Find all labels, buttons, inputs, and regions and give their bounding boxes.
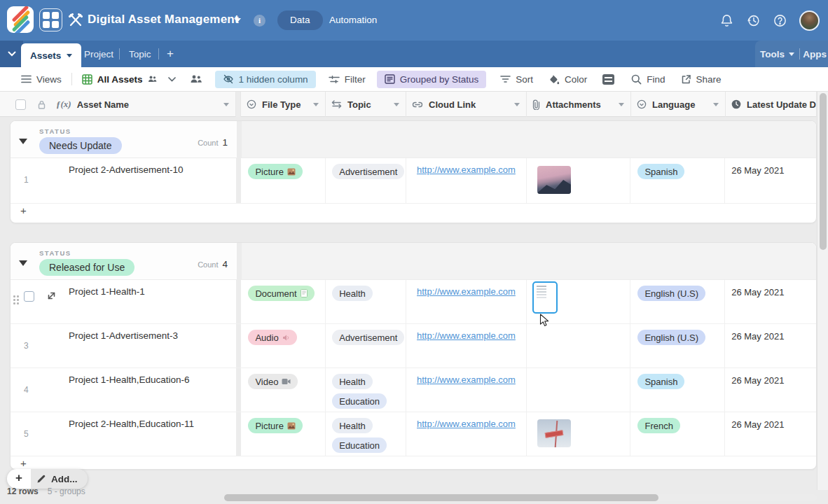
row-height-button[interactable] (602, 74, 614, 85)
cell-cloud-link[interactable]: http://www.example.com (406, 280, 527, 323)
column-caret-icon[interactable] (514, 103, 520, 106)
nav-tab-automation[interactable]: Automation (317, 10, 389, 30)
row-checkbox[interactable] (24, 291, 34, 302)
language-pill[interactable]: Spanish (637, 374, 684, 389)
cell-attachments[interactable] (527, 368, 631, 412)
table-row[interactable]: 4Project 1-Health,Education-6VideoHealth… (11, 368, 816, 412)
cell-file-type[interactable]: Video (241, 368, 326, 412)
column-caret-icon[interactable] (223, 103, 229, 106)
find-button[interactable]: Find (631, 74, 665, 85)
cell-language[interactable]: English (U.S) (630, 280, 725, 323)
topic-pill[interactable]: Education (332, 438, 387, 453)
share-button[interactable]: Share (681, 74, 722, 85)
topic-pill[interactable]: Advertisement (332, 164, 404, 179)
cell-file-type[interactable]: Picture (241, 158, 326, 203)
cell-cloud-link[interactable]: http://www.example.com (406, 368, 527, 412)
select-all-checkbox[interactable] (15, 99, 26, 110)
cloud-link[interactable]: http://www.example.com (417, 419, 516, 429)
cloud-link[interactable]: http://www.example.com (417, 330, 516, 341)
asset-name[interactable]: Project 1-Advertisement-3 (69, 330, 178, 341)
cell-file-type[interactable]: Picture (241, 412, 326, 456)
topic-pill[interactable]: Health (332, 374, 373, 389)
attachment-thumbnail-photo[interactable] (537, 419, 571, 447)
group-collapse-icon[interactable] (19, 260, 27, 266)
group-value-pill[interactable]: Released for Use (39, 259, 134, 276)
color-button[interactable]: Color (548, 74, 587, 85)
column-caret-icon[interactable] (713, 103, 719, 106)
hidden-columns-button[interactable]: 1 hidden column (215, 71, 316, 88)
help-icon[interactable] (773, 13, 787, 28)
topic-pill[interactable]: Advertisement (332, 330, 404, 345)
file-type-pill[interactable]: Audio (248, 330, 296, 345)
group-collapse-icon[interactable] (19, 139, 27, 144)
tab-project[interactable]: Project (84, 41, 113, 67)
cell-topic[interactable]: Advertisement (326, 158, 406, 203)
tab-assets[interactable]: Assets (21, 43, 81, 67)
cloud-link[interactable]: http://www.example.com (417, 286, 516, 297)
cell-cloud-link[interactable]: http://www.example.com (406, 412, 527, 456)
language-pill[interactable]: Spanish (637, 164, 684, 179)
nav-tab-data[interactable]: Data (277, 10, 323, 30)
column-header-latest-update-date[interactable]: Latest Update Date (726, 92, 817, 117)
user-avatar[interactable] (799, 10, 820, 31)
topic-pill[interactable]: Health (332, 418, 373, 433)
add-record-button[interactable]: Add... (31, 469, 88, 489)
asset-name[interactable]: Project 2-Advertisement-10 (69, 164, 184, 175)
column-caret-icon[interactable] (313, 103, 319, 106)
column-header-file-type[interactable]: File Type (241, 92, 326, 117)
current-view-button[interactable]: All Assets (82, 74, 157, 85)
cell-attachments[interactable] (527, 324, 631, 368)
frozen-divider[interactable] (236, 92, 241, 117)
cell-asset-name[interactable]: 3Project 1-Advertisement-3 (11, 324, 236, 368)
topic-pill[interactable]: Health (332, 286, 373, 301)
cell-asset-name[interactable]: 5Project 2-Health,Education-11 (11, 412, 236, 456)
grouped-button[interactable]: Grouped by Status (377, 71, 487, 88)
cell-language[interactable]: English (U.S) (630, 324, 725, 368)
view-caret-icon[interactable] (168, 77, 176, 82)
cell-attachments[interactable] (527, 412, 631, 456)
cell-topic[interactable]: HealthEducation (326, 368, 406, 412)
cell-topic[interactable]: HealthEducation (326, 412, 406, 456)
notifications-bell-icon[interactable] (719, 13, 734, 28)
cloud-link[interactable]: http://www.example.com (417, 374, 516, 385)
title-caret-icon[interactable] (234, 18, 241, 22)
cell-language[interactable]: Spanish (630, 368, 725, 412)
history-icon[interactable] (746, 13, 761, 28)
group-value-pill[interactable]: Needs Update (39, 137, 122, 154)
cell-date[interactable]: 26 May 2021 (725, 158, 816, 203)
language-pill[interactable]: French (637, 418, 679, 433)
cell-topic[interactable]: Health (326, 280, 406, 323)
attachment-thumbnail-photo[interactable] (537, 166, 571, 194)
cell-file-type[interactable]: Document (241, 280, 326, 323)
filter-button[interactable]: Filter (329, 74, 366, 85)
language-pill[interactable]: English (U.S) (637, 286, 705, 301)
tab-assets-caret-icon[interactable] (67, 54, 72, 57)
vertical-scrollbar[interactable] (817, 92, 828, 490)
views-button[interactable]: Views (21, 74, 62, 85)
column-caret-icon[interactable] (619, 103, 624, 106)
vertical-scrollbar-thumb[interactable] (820, 93, 827, 250)
column-header-cloud-link[interactable]: Cloud Link (406, 92, 527, 117)
table-row[interactable]: 3Project 1-Advertisement-3AudioAdvertise… (11, 324, 816, 368)
asset-name[interactable]: Project 1-Health,Education-6 (69, 374, 190, 385)
topic-pill[interactable]: Education (332, 393, 387, 409)
add-row-button[interactable]: + (11, 204, 816, 223)
info-icon[interactable]: i (254, 15, 265, 27)
cell-language[interactable]: French (630, 412, 725, 456)
cell-file-type[interactable]: Audio (241, 324, 326, 368)
cell-date[interactable]: 26 May 2021 (725, 412, 816, 456)
file-type-pill[interactable]: Video (248, 374, 298, 389)
column-header-asset-name[interactable]: ƒ(x) Asset Name (0, 92, 236, 117)
column-caret-icon[interactable] (394, 103, 399, 106)
tools-menu[interactable]: Tools (760, 41, 785, 67)
column-header-attachments[interactable]: Attachments (527, 92, 631, 117)
horizontal-scrollbar[interactable] (224, 494, 817, 501)
cell-topic[interactable]: Advertisement (326, 324, 406, 368)
tools-caret-icon[interactable] (789, 52, 794, 56)
cell-asset-name[interactable]: 4Project 1-Health,Education-6 (11, 368, 236, 412)
workspace-caret-button[interactable] (0, 41, 23, 67)
add-table-button[interactable]: + (167, 41, 174, 67)
asset-name[interactable]: Project 2-Health,Education-11 (69, 419, 194, 429)
expand-record-icon[interactable] (47, 291, 56, 300)
attachment-thumbnail-document-selected[interactable] (532, 281, 558, 314)
